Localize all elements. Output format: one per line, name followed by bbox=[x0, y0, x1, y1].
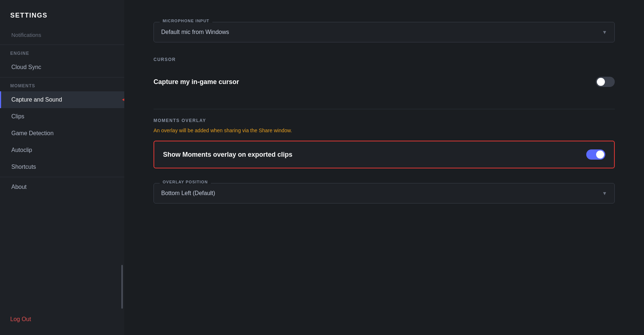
microphone-input-value: Default mic from Windows bbox=[161, 29, 598, 35]
sidebar-spacer bbox=[0, 195, 124, 311]
overlay-position-legend: OVERLAY POSITION bbox=[160, 180, 211, 184]
overlay-position-value: Bottom Left (Default) bbox=[161, 190, 598, 197]
moments-section-label: MOMENTS bbox=[0, 79, 124, 91]
overlay-position-dropdown[interactable]: Bottom Left (Default) ▼ bbox=[154, 183, 614, 203]
moments-overlay-section-label: MOMENTS OVERLAY bbox=[154, 118, 615, 123]
divider-2 bbox=[0, 77, 124, 77]
sidebar-title: SETTINGS bbox=[0, 0, 124, 27]
cursor-toggle[interactable] bbox=[596, 77, 615, 87]
sidebar: SETTINGS Notifications ENGINE Cloud Sync… bbox=[0, 0, 124, 335]
cursor-toggle-knob bbox=[597, 78, 605, 86]
moments-overlay-setting-label: Show Moments overlay on exported clips bbox=[163, 151, 292, 159]
microphone-input-legend: MICROPHONE INPUT bbox=[160, 19, 212, 23]
microphone-input-dropdown[interactable]: Default mic from Windows ▼ bbox=[154, 22, 614, 42]
sidebar-item-notifications[interactable]: Notifications bbox=[0, 27, 124, 43]
moments-overlay-toggle-knob bbox=[596, 151, 604, 159]
sidebar-item-game-detection[interactable]: Game Detection bbox=[0, 125, 124, 142]
sidebar-item-shortcuts[interactable]: Shortcuts bbox=[0, 159, 124, 175]
main-content: MICROPHONE INPUT Default mic from Window… bbox=[124, 0, 644, 335]
sidebar-item-capture-and-sound[interactable]: Capture and Sound bbox=[0, 91, 124, 108]
divider-1 bbox=[0, 45, 124, 45]
cursor-setting-row: Capture my in-game cursor bbox=[154, 69, 615, 94]
sidebar-item-clips[interactable]: Clips bbox=[0, 108, 124, 125]
cursor-setting-label: Capture my in-game cursor bbox=[154, 78, 239, 86]
microphone-dropdown-arrow-icon: ▼ bbox=[602, 29, 607, 35]
logout-button[interactable]: Log Out bbox=[0, 311, 124, 328]
cursor-section: CURSOR Capture my in-game cursor bbox=[154, 57, 615, 94]
moments-overlay-description: An overlay will be added when sharing vi… bbox=[154, 127, 615, 133]
engine-section-label: ENGINE bbox=[0, 46, 124, 59]
microphone-input-section: MICROPHONE INPUT Default mic from Window… bbox=[154, 22, 615, 42]
moments-overlay-toggle[interactable] bbox=[586, 149, 605, 160]
divider-3 bbox=[0, 177, 124, 177]
sidebar-item-about[interactable]: About bbox=[0, 179, 124, 195]
cursor-section-label: CURSOR bbox=[154, 57, 615, 62]
sidebar-item-autoclip[interactable]: Autoclip bbox=[0, 142, 124, 159]
sidebar-scrollbar[interactable] bbox=[121, 265, 123, 309]
sidebar-item-cloud-sync[interactable]: Cloud Sync bbox=[0, 59, 124, 76]
overlay-position-dropdown-arrow-icon: ▼ bbox=[602, 190, 607, 196]
overlay-position-section: OVERLAY POSITION Bottom Left (Default) ▼ bbox=[154, 183, 615, 203]
moments-overlay-highlighted-row: Show Moments overlay on exported clips bbox=[154, 141, 615, 168]
moments-overlay-section: MOMENTS OVERLAY An overlay will be added… bbox=[154, 118, 615, 168]
divider-cursor bbox=[154, 109, 615, 109]
